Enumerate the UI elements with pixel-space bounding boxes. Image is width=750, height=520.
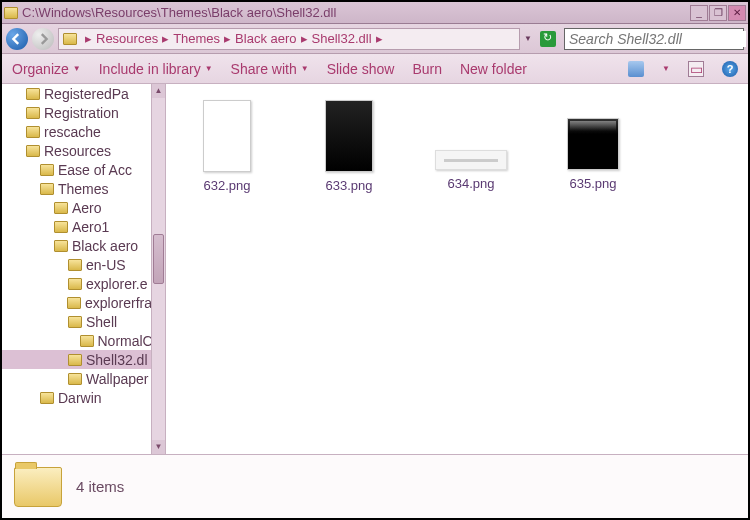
file-name: 633.png — [304, 178, 394, 193]
tree-node[interactable]: explorer.e — [2, 274, 165, 293]
address-bar[interactable]: ▸ Resources▸Themes▸Black aero▸Shell32.dl… — [58, 28, 520, 50]
status-bar: 4 items — [2, 454, 748, 518]
slideshow-button[interactable]: Slide show — [327, 61, 395, 77]
tree-node[interactable]: Resources — [2, 141, 165, 160]
tree-node-label: Aero — [72, 200, 102, 216]
folder-icon — [54, 240, 68, 252]
breadcrumb-item[interactable]: Themes — [173, 31, 220, 46]
file-name: 635.png — [548, 176, 638, 191]
folder-icon — [68, 259, 82, 271]
tree-node[interactable]: NormalC — [2, 331, 165, 350]
navigation-bar: ▸ Resources▸Themes▸Black aero▸Shell32.dl… — [2, 24, 748, 54]
tree-node-label: Registration — [44, 105, 119, 121]
minimize-button[interactable]: _ — [690, 5, 708, 21]
tree-node-label: Darwin — [58, 390, 102, 406]
tree-node[interactable]: Aero1 — [2, 217, 165, 236]
tree-node[interactable]: Shell — [2, 312, 165, 331]
search-input[interactable] — [569, 31, 746, 47]
tree-node[interactable]: Aero — [2, 198, 165, 217]
folder-icon — [68, 278, 82, 290]
tree-node[interactable]: explorerfra — [2, 293, 165, 312]
tree-node-label: RegisteredPa — [44, 86, 129, 102]
folder-icon — [26, 145, 40, 157]
chevron-down-icon: ▼ — [301, 64, 309, 73]
close-button[interactable]: ✕ — [728, 5, 746, 21]
tree-node-label: explorer.e — [86, 276, 147, 292]
tree-node[interactable]: Themes — [2, 179, 165, 198]
file-item[interactable]: 633.png — [304, 100, 394, 193]
folder-icon — [68, 354, 82, 366]
file-name: 632.png — [182, 178, 272, 193]
chevron-right-icon[interactable]: ▸ — [376, 31, 383, 46]
burn-button[interactable]: Burn — [412, 61, 442, 77]
search-box[interactable] — [564, 28, 744, 50]
thumbnail — [567, 118, 619, 170]
tree-node[interactable]: Shell32.dl — [2, 350, 165, 369]
folder-icon — [14, 467, 62, 507]
tree-node-label: en-US — [86, 257, 126, 273]
folder-icon — [80, 335, 94, 347]
organize-menu[interactable]: Organize▼ — [12, 61, 81, 77]
tree-node[interactable]: Darwin — [2, 388, 165, 407]
tree-node-label: Themes — [58, 181, 109, 197]
share-with-menu[interactable]: Share with▼ — [231, 61, 309, 77]
tree-node[interactable]: Wallpaper — [2, 369, 165, 388]
tree-node-label: Black aero — [72, 238, 138, 254]
tree-node[interactable]: Ease of Acc — [2, 160, 165, 179]
command-bar: Organize▼ Include in library▼ Share with… — [2, 54, 748, 84]
folder-icon — [26, 126, 40, 138]
tree-node[interactable]: rescache — [2, 122, 165, 141]
thumbnail — [203, 100, 251, 172]
folder-icon — [26, 107, 40, 119]
folder-icon — [63, 33, 77, 45]
view-options-button[interactable] — [628, 61, 644, 77]
address-dropdown[interactable]: ▼ — [524, 34, 532, 43]
folder-icon — [54, 221, 68, 233]
status-text: 4 items — [76, 478, 124, 495]
tree-node-label: Aero1 — [72, 219, 109, 235]
tree-node-label: Wallpaper — [86, 371, 149, 387]
include-in-library-menu[interactable]: Include in library▼ — [99, 61, 213, 77]
maximize-button[interactable]: ❐ — [709, 5, 727, 21]
breadcrumb-item[interactable]: Shell32.dll — [312, 31, 372, 46]
file-item[interactable]: 635.png — [548, 100, 638, 191]
chevron-right-icon[interactable]: ▸ — [85, 31, 92, 46]
scroll-down-button[interactable]: ▼ — [152, 440, 165, 454]
tree-node-label: NormalC — [98, 333, 152, 349]
breadcrumb-item[interactable]: Resources — [96, 31, 158, 46]
tree-node-label: Shell32.dl — [86, 352, 148, 368]
nav-tree: RegisteredPaRegistrationrescacheResource… — [2, 84, 166, 454]
folder-icon — [54, 202, 68, 214]
scroll-thumb[interactable] — [153, 234, 164, 284]
file-item[interactable]: 632.png — [182, 100, 272, 193]
forward-button[interactable] — [32, 28, 54, 50]
folder-icon — [26, 88, 40, 100]
chevron-right-icon[interactable]: ▸ — [162, 31, 169, 46]
view-dropdown[interactable]: ▼ — [662, 64, 670, 73]
preview-pane-button[interactable]: ▭ — [688, 61, 704, 77]
tree-node-label: Resources — [44, 143, 111, 159]
tree-node[interactable]: en-US — [2, 255, 165, 274]
file-item[interactable]: 634.png — [426, 100, 516, 191]
thumbnail — [325, 100, 373, 172]
chevron-down-icon: ▼ — [73, 64, 81, 73]
breadcrumb-item[interactable]: Black aero — [235, 31, 296, 46]
folder-icon — [40, 392, 54, 404]
tree-node-label: explorerfra — [85, 295, 151, 311]
file-pane[interactable]: 632.png633.png634.png635.png — [166, 84, 748, 454]
refresh-button[interactable] — [540, 31, 556, 47]
folder-icon — [68, 316, 82, 328]
folder-icon — [67, 297, 81, 309]
new-folder-button[interactable]: New folder — [460, 61, 527, 77]
folder-icon — [68, 373, 82, 385]
back-button[interactable] — [6, 28, 28, 50]
scrollbar[interactable]: ▲ ▼ — [151, 84, 165, 454]
folder-icon — [4, 7, 18, 19]
tree-node[interactable]: Registration — [2, 103, 165, 122]
tree-node[interactable]: Black aero — [2, 236, 165, 255]
chevron-right-icon[interactable]: ▸ — [301, 31, 308, 46]
help-button[interactable]: ? — [722, 61, 738, 77]
chevron-right-icon[interactable]: ▸ — [224, 31, 231, 46]
scroll-up-button[interactable]: ▲ — [152, 84, 165, 98]
tree-node[interactable]: RegisteredPa — [2, 84, 165, 103]
